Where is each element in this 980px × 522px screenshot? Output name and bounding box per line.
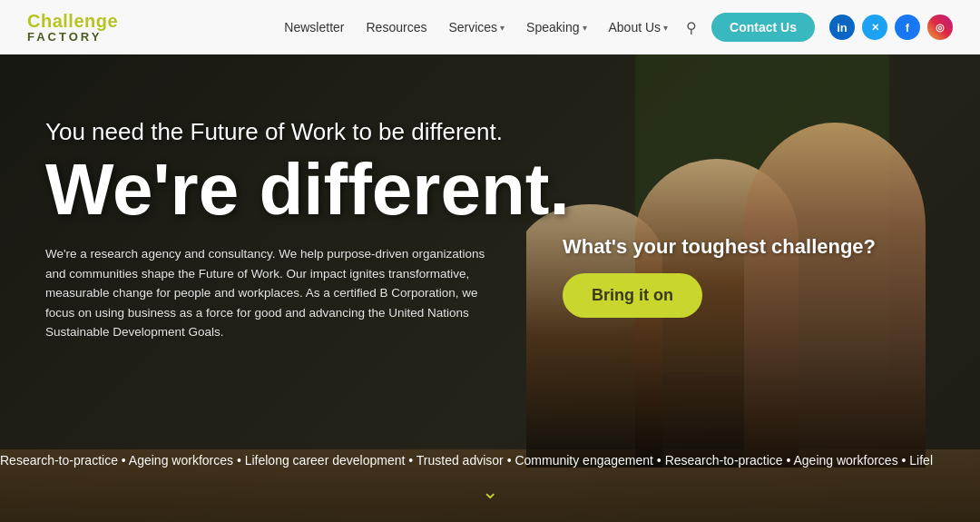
- contact-button[interactable]: Contact Us: [711, 13, 815, 42]
- logo-challenge: Challenge: [27, 11, 118, 31]
- facebook-icon[interactable]: f: [895, 15, 920, 40]
- ticker-bar: Research-to-practice • Ageing workforces…: [0, 453, 980, 468]
- nav-speaking[interactable]: Speaking ▾: [526, 20, 586, 34]
- navbar: Challenge FACTORY Newsletter Resources S…: [0, 0, 980, 54]
- scroll-down-icon[interactable]: ⌄: [482, 480, 498, 504]
- hero-body: We're a research agency and consultancy.…: [45, 244, 935, 342]
- nav-services[interactable]: Services ▾: [448, 20, 505, 34]
- hero-content: You need the Future of Work to be differ…: [0, 0, 980, 522]
- hero-cta: What's your toughest challenge? Bring it…: [563, 235, 876, 318]
- about-chevron-icon: ▾: [663, 23, 668, 33]
- hero-section: Challenge FACTORY Newsletter Resources S…: [0, 0, 980, 522]
- nav-newsletter[interactable]: Newsletter: [284, 20, 344, 34]
- nav-resources[interactable]: Resources: [367, 20, 427, 34]
- instagram-icon[interactable]: ◎: [927, 15, 953, 40]
- bring-it-on-button[interactable]: Bring it on: [563, 273, 702, 318]
- hero-title: We're different.: [45, 153, 935, 226]
- twitter-icon[interactable]: ✕: [862, 15, 887, 40]
- logo-factory: FACTORY: [27, 31, 118, 44]
- search-icon[interactable]: ⚲: [686, 19, 697, 36]
- linkedin-icon[interactable]: in: [829, 15, 855, 40]
- services-chevron-icon: ▾: [500, 23, 505, 33]
- logo[interactable]: Challenge FACTORY: [27, 11, 118, 44]
- hero-description: We're a research agency and consultancy.…: [45, 244, 490, 342]
- speaking-chevron-icon: ▾: [583, 23, 587, 33]
- hero-subtitle: You need the Future of Work to be differ…: [45, 118, 935, 146]
- social-icons: in ✕ f ◎: [829, 15, 953, 40]
- ticker-content: Research-to-practice • Ageing workforces…: [0, 453, 933, 468]
- cta-title: What's your toughest challenge?: [563, 235, 876, 259]
- nav-about-us[interactable]: About Us ▾: [609, 20, 669, 34]
- nav-links: Newsletter Resources Services ▾ Speaking…: [284, 20, 668, 34]
